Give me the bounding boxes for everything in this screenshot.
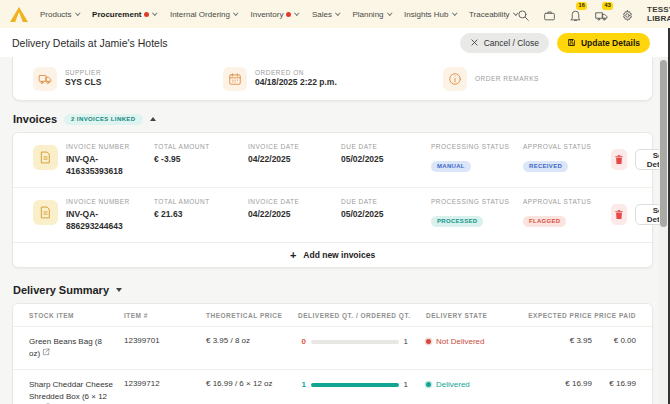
top-nav: Products Procurement Internal Ordering I… [0, 0, 670, 28]
trash-icon [614, 209, 624, 220]
plus-icon: + [290, 250, 296, 261]
nav-item-traceability[interactable]: Traceability [469, 10, 517, 19]
account-menu[interactable]: TESS'S LIBRARY [647, 5, 670, 23]
delivery-state-cell: Delivered [426, 380, 522, 389]
notification-dot [144, 12, 149, 17]
delivered-qty: 1 [298, 380, 306, 389]
invoice-row: INVOICE NUMBERINV-QA-416335393618 TOTAL … [13, 133, 652, 187]
stock-item-cell[interactable]: Sharp Cheddar Cheese Shredded Box (6 × 1… [29, 379, 115, 404]
delete-invoice-button[interactable] [611, 204, 627, 225]
invoices-title: Invoices [13, 113, 57, 125]
gear-icon[interactable] [621, 8, 634, 21]
theoretical-price-cell: € 3.95 / 8 oz [206, 336, 298, 345]
table-header-row: STOCK ITEM ITEM # THEORETICAL PRICE DELI… [13, 304, 652, 326]
price-paid-cell: € 16.99 [592, 379, 636, 388]
chevron-down-icon [387, 11, 392, 16]
table-row: Sharp Cheddar Cheese Shredded Box (6 × 1… [13, 369, 652, 404]
invoice-due-date: 05/02/2025 [341, 209, 405, 220]
bell-icon[interactable]: 16 [569, 8, 582, 21]
status-dot [426, 382, 431, 387]
invoice-number: INV-QA-886293244643 [66, 209, 130, 232]
chevron-down-icon [153, 11, 158, 16]
vertical-scrollbar[interactable] [659, 57, 668, 404]
status-dot [426, 339, 431, 344]
info-icon [443, 67, 467, 91]
truck-icon [33, 67, 57, 91]
processing-status-badge: MANUAL [431, 161, 471, 172]
page-title: Delivery Details at Jamie's Hotels [12, 37, 167, 49]
stock-item-cell[interactable]: Green Beans Bag (8 oz) [29, 336, 115, 360]
theoretical-price-cell: € 16.99 / 6 × 12 oz [206, 379, 298, 388]
invoices-linked-badge: 2 INVOICES LINKED [64, 114, 142, 125]
chevron-down-icon [233, 11, 238, 16]
supplier-value: SYS CLS [65, 77, 101, 88]
ordered-on-label: ORDERED ON [255, 68, 337, 77]
ordered-qty: 1 [404, 380, 408, 389]
invoice-date: 04/22/2025 [248, 154, 312, 165]
nav-item-planning[interactable]: Planning [352, 10, 391, 19]
quantity-cell: 0 1 [298, 337, 426, 346]
nav-utilities: 16 43 TESS'S LIBRARY [517, 5, 670, 23]
order-info-card: SUPPLIER SYS CLS ORDERED ON 04/18/2025 2… [12, 57, 653, 101]
invoice-due-date: 05/02/2025 [341, 154, 405, 165]
search-icon[interactable] [517, 8, 530, 21]
nav-item-procurement[interactable]: Procurement [92, 10, 157, 19]
notification-dot [286, 12, 291, 17]
scrollbar-thumb[interactable] [660, 60, 667, 227]
nav-item-products[interactable]: Products [40, 10, 79, 19]
title-bar: Delivery Details at Jamie's Hotels Cance… [0, 28, 670, 57]
cancel-close-button[interactable]: Cancel / Close [460, 33, 549, 53]
chevron-down-icon [335, 11, 340, 16]
calendar-icon [223, 67, 247, 91]
chevron-down-icon [75, 11, 80, 16]
price-paid-cell: € 0.00 [592, 336, 636, 345]
bell-badge: 16 [576, 2, 587, 11]
approval-status-badge: FLAGGED [523, 216, 566, 227]
nav-item-internal-ordering[interactable]: Internal Ordering [170, 10, 238, 19]
invoice-date: 04/22/2025 [248, 209, 312, 220]
update-details-button[interactable]: Update Details [557, 33, 650, 53]
supplier-label: SUPPLIER [65, 68, 101, 77]
nav-item-sales[interactable]: Sales [312, 10, 340, 19]
app-logo[interactable] [10, 7, 28, 22]
ordered-on-field: ORDERED ON 04/18/2025 2:22 p.m. [223, 67, 443, 91]
main-content: SUPPLIER SYS CLS ORDERED ON 04/18/2025 2… [0, 57, 670, 404]
invoice-document-icon [33, 200, 58, 225]
order-remarks-label: ORDER REMARKS [475, 74, 539, 83]
invoice-document-icon [33, 145, 58, 170]
supplier-field: SUPPLIER SYS CLS [13, 67, 223, 91]
title-actions: Cancel / Close Update Details [460, 33, 650, 53]
quantity-progress-bar [311, 383, 399, 387]
nav-item-inventory[interactable]: Inventory [250, 10, 298, 19]
save-icon [567, 38, 576, 47]
collapse-icon[interactable] [150, 117, 156, 121]
ordered-on-value: 04/18/2025 2:22 p.m. [255, 77, 337, 88]
expand-icon[interactable] [116, 288, 122, 292]
delivery-summary-title: Delivery Summary [13, 284, 109, 296]
nav-item-insights-hub[interactable]: Insights Hub [404, 10, 456, 19]
delete-invoice-button[interactable] [611, 149, 627, 170]
external-link-icon[interactable] [42, 349, 50, 358]
close-icon [470, 38, 479, 47]
delivery-summary-table: STOCK ITEM ITEM # THEORETICAL PRICE DELI… [12, 303, 653, 404]
nav-menu: Products Procurement Internal Ordering I… [40, 10, 517, 19]
invoice-total: € 21.63 [154, 209, 218, 220]
add-new-invoices-button[interactable]: + Add new invoices [13, 242, 652, 267]
invoices-card: INVOICE NUMBERINV-QA-416335393618 TOTAL … [12, 132, 653, 268]
item-number-cell: 12399701 [124, 336, 206, 345]
expected-price-cell: € 3.95 [522, 336, 592, 345]
quantity-progress-bar [311, 340, 399, 344]
table-row: Green Beans Bag (8 oz) 12399701 € 3.95 /… [13, 326, 652, 369]
delivery-truck-icon[interactable]: 43 [595, 8, 608, 21]
processing-status-badge: PROCESSED [431, 216, 483, 227]
delivery-badge: 43 [602, 2, 613, 11]
chevron-down-icon [452, 11, 457, 16]
delivered-qty: 0 [298, 337, 306, 346]
trash-icon [614, 154, 624, 165]
briefcase-icon[interactable] [543, 8, 556, 21]
chevron-down-icon [295, 11, 300, 16]
ordered-qty: 1 [404, 337, 408, 346]
item-number-cell: 12399712 [124, 379, 206, 388]
invoices-heading: Invoices 2 INVOICES LINKED [13, 113, 653, 125]
expected-price-cell: € 16.99 [522, 379, 592, 388]
